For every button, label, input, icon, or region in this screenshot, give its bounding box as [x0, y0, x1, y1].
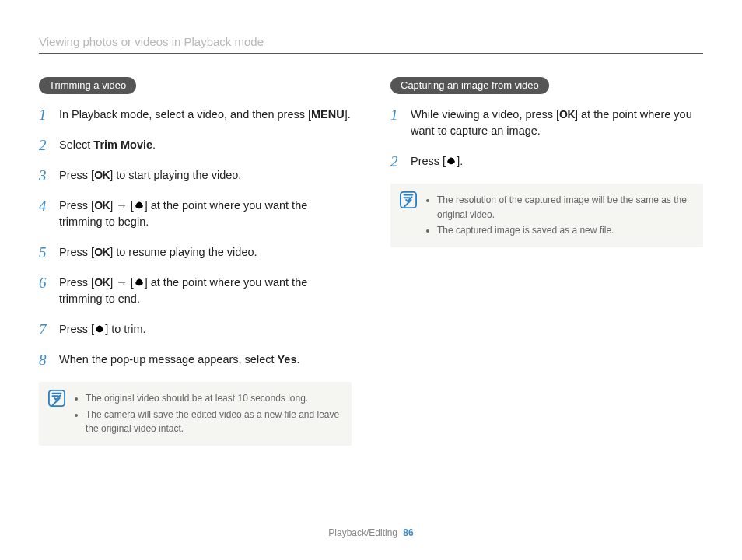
step: Press []. [390, 153, 703, 170]
svg-point-6 [96, 328, 99, 331]
svg-point-2 [138, 202, 141, 205]
step: While viewing a video, press [OK] at the… [390, 107, 703, 139]
step: Press [OK]→[] at the point where you wan… [39, 198, 352, 230]
step: Press [] to trim. [39, 321, 352, 338]
capturing-pill: Capturing an image from video [390, 77, 549, 94]
note-item: The camera will save the edited video as… [86, 408, 342, 436]
trimming-pill: Trimming a video [39, 77, 136, 94]
svg-point-7 [100, 328, 103, 331]
svg-point-12 [450, 158, 453, 161]
capturing-note-list: The resolution of the captured image wil… [425, 193, 694, 240]
capturing-steps: While viewing a video, press [OK] at the… [390, 107, 703, 170]
page-header: Viewing photos or videos in Playback mod… [39, 35, 703, 54]
step: In Playback mode, select a video, and th… [39, 107, 352, 123]
right-column: Capturing an image from video While view… [390, 77, 703, 446]
footer-section: Playback/Editing [328, 527, 397, 538]
note-item: The captured image is saved as a new fil… [437, 223, 694, 238]
step: Select Trim Movie. [39, 137, 352, 153]
step: Press [OK]→[] at the point where you wan… [39, 275, 352, 307]
step: Press [OK] to resume playing the video. [39, 244, 352, 261]
trimming-notes: The original video should be at least 10… [39, 382, 352, 446]
note-icon [48, 390, 65, 438]
note-item: The resolution of the captured image wil… [437, 193, 694, 222]
capturing-notes: The resolution of the captured image wil… [390, 184, 703, 247]
content-columns: Trimming a video In Playback mode, selec… [39, 77, 703, 446]
svg-point-4 [139, 282, 142, 285]
trimming-steps: In Playback mode, select a video, and th… [39, 107, 352, 368]
left-column: Trimming a video In Playback mode, selec… [39, 77, 352, 446]
svg-point-10 [447, 160, 450, 163]
svg-point-3 [135, 282, 138, 285]
trimming-note-list: The original video should be at least 10… [73, 391, 342, 438]
page-footer: Playback/Editing 86 [0, 527, 742, 538]
svg-point-8 [98, 326, 101, 329]
svg-point-1 [139, 205, 142, 208]
svg-point-0 [135, 205, 138, 208]
note-icon [400, 191, 417, 240]
footer-page-number: 86 [403, 527, 413, 538]
svg-point-5 [138, 279, 141, 282]
svg-point-11 [451, 160, 454, 163]
step: When the pop-up message appears, select … [39, 352, 352, 368]
step: Press [OK] to start playing the video. [39, 167, 352, 184]
note-item: The original video should be at least 10… [86, 391, 342, 406]
